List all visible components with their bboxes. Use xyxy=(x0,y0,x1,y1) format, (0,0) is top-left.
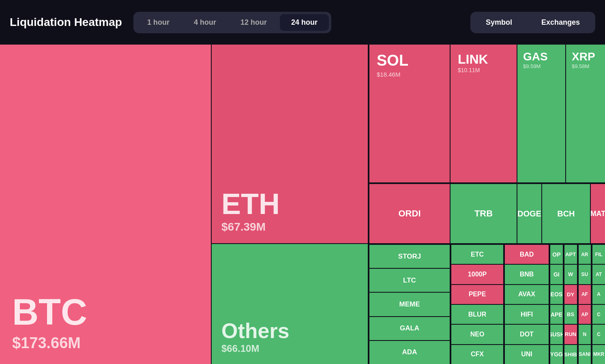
w-symbol: W xyxy=(568,271,573,277)
meme-cell[interactable]: MEME xyxy=(369,293,450,317)
gas-cell[interactable]: GAS $9.59M xyxy=(517,45,565,182)
ltc-cell[interactable]: LTC xyxy=(369,269,450,293)
gala-symbol: GALA xyxy=(400,324,419,332)
op-symbol: OP xyxy=(552,251,560,258)
gas-symbol: GAS xyxy=(523,50,560,63)
ada-cell[interactable]: ADA xyxy=(369,341,450,364)
ltc-symbol: LTC xyxy=(403,276,416,285)
bottom-right-grid: STORJ LTC MEME GALA ADA ETC xyxy=(369,244,605,364)
uni-cell[interactable]: UNI xyxy=(505,345,549,364)
heatmap: BTC $173.66M ETH $67.39M Others $66.10M … xyxy=(0,45,605,364)
bs-symbol: BS xyxy=(567,311,574,317)
sush-cell[interactable]: SUSH xyxy=(550,325,563,345)
a-cell[interactable]: A xyxy=(592,285,605,305)
filter-4hour[interactable]: 4 hour xyxy=(182,14,227,31)
sush-symbol: SUSH xyxy=(550,331,563,338)
n-cell[interactable]: N xyxy=(579,325,591,345)
sol-cell[interactable]: SOL $18.46M xyxy=(369,45,450,182)
filter-12hour[interactable]: 12 hour xyxy=(229,14,278,31)
uni-symbol: UNI xyxy=(521,351,532,358)
apt-symbol: APT xyxy=(565,251,576,257)
etc-cell[interactable]: ETC xyxy=(451,245,503,265)
sol-value: $18.46M xyxy=(377,71,442,78)
op-cell[interactable]: OP xyxy=(550,245,563,265)
run-symbol: RUN xyxy=(565,331,576,337)
shib-symbol: SHIB xyxy=(564,351,577,358)
at-cell[interactable]: AT xyxy=(592,265,605,285)
sani-symbol: SANI xyxy=(579,351,591,357)
mid-right-row: ORDI TRB DOGE BCH MAT xyxy=(369,183,605,243)
bs-cell[interactable]: BS xyxy=(564,305,577,325)
mkr-symbol: MKR xyxy=(593,351,604,357)
dot-cell[interactable]: DOT xyxy=(505,325,549,345)
fil-cell[interactable]: FIL xyxy=(592,245,605,265)
doge-cell[interactable]: DOGE xyxy=(517,184,541,243)
hifi-cell[interactable]: HIFI xyxy=(505,305,549,325)
shib-cell[interactable]: SHIB xyxy=(564,345,577,364)
af-symbol: AF xyxy=(581,291,588,297)
bad-cell[interactable]: BAD xyxy=(505,245,549,265)
xrp-value: $9.58M xyxy=(572,63,599,69)
ar-cell[interactable]: AR xyxy=(579,245,591,265)
time-filter-group: 1 hour 4 hour 12 hour 24 hour xyxy=(133,12,331,33)
gala-cell[interactable]: GALA xyxy=(369,317,450,341)
kilo-cell[interactable]: 1000P xyxy=(451,265,503,285)
cfx-symbol: CFX xyxy=(471,351,484,358)
bch-cell[interactable]: BCH xyxy=(541,184,590,243)
ordi-cell[interactable]: ORDI xyxy=(369,184,450,243)
xrp-symbol: XRP xyxy=(572,50,599,63)
pepe-cell[interactable]: PEPE xyxy=(451,285,503,305)
ygg-cell[interactable]: YGG xyxy=(550,345,563,364)
neo-symbol: NEO xyxy=(470,331,485,338)
gas-value: $9.59M xyxy=(523,63,560,69)
btc-value: $173.66M xyxy=(12,334,199,352)
others-cell[interactable]: Others $66.10M xyxy=(212,243,368,364)
avax-cell[interactable]: AVAX xyxy=(505,285,549,305)
cfx-cell[interactable]: CFX xyxy=(451,345,503,364)
mid-column: ETH $67.39M Others $66.10M xyxy=(212,45,368,364)
top-right-row: SOL $18.46M LINK $10.11M GAS $9.59M XRP … xyxy=(369,45,605,182)
a-symbol: A xyxy=(597,291,601,297)
ape-symbol: APE xyxy=(551,311,562,318)
dy-cell[interactable]: DY xyxy=(564,285,577,305)
filter-24hour[interactable]: 24 hour xyxy=(280,14,329,31)
af-cell[interactable]: AF xyxy=(579,285,591,305)
ape-cell[interactable]: APE xyxy=(550,305,563,325)
xrp-cell[interactable]: XRP $9.58M xyxy=(565,45,605,182)
neo-cell[interactable]: NEO xyxy=(451,325,503,345)
ap-cell[interactable]: AP xyxy=(579,305,591,325)
sol-symbol: SOL xyxy=(377,52,442,69)
mkr-cell[interactable]: MKR xyxy=(592,345,605,364)
link-symbol: LINK xyxy=(458,52,509,67)
symbol-button[interactable]: Symbol xyxy=(473,14,525,31)
c-cell[interactable]: C xyxy=(592,305,605,325)
col-op: OP GI EOS APE SUSH YGG xyxy=(549,245,563,364)
sani-cell[interactable]: SANI xyxy=(579,345,591,364)
trb-cell[interactable]: TRB xyxy=(450,184,517,243)
btc-cell[interactable]: BTC $173.66M xyxy=(0,45,211,364)
etc-symbol: ETC xyxy=(471,251,484,258)
su-cell[interactable]: SU xyxy=(579,265,591,285)
col-ar: AR SU AF AP N SANI xyxy=(578,245,591,364)
w-cell[interactable]: W xyxy=(564,265,577,285)
dy-symbol: DY xyxy=(567,291,574,298)
run-cell[interactable]: RUN xyxy=(564,325,577,345)
storj-cell[interactable]: STORJ xyxy=(369,245,450,269)
avax-symbol: AVAX xyxy=(518,291,535,298)
bnb-cell[interactable]: BNB xyxy=(505,265,549,285)
link-cell[interactable]: LINK $10.11M xyxy=(450,45,517,182)
pepe-symbol: PEPE xyxy=(469,291,486,298)
exchanges-button[interactable]: Exchanges xyxy=(528,14,593,31)
storj-symbol: STORJ xyxy=(398,253,421,261)
apt-cell[interactable]: APT xyxy=(564,245,577,265)
eth-cell[interactable]: ETH $67.39M xyxy=(212,45,368,243)
eos-cell[interactable]: EOS xyxy=(550,285,563,305)
mat-cell[interactable]: MAT xyxy=(590,184,605,243)
others-symbol: Others xyxy=(221,319,358,343)
filter-1hour[interactable]: 1 hour xyxy=(136,14,181,31)
c2-cell[interactable]: C xyxy=(592,325,605,345)
link-value: $10.11M xyxy=(458,67,509,73)
eos-symbol: EOS xyxy=(551,291,563,298)
blur-cell[interactable]: BLUR xyxy=(451,305,503,325)
gi-cell[interactable]: GI xyxy=(550,265,563,285)
